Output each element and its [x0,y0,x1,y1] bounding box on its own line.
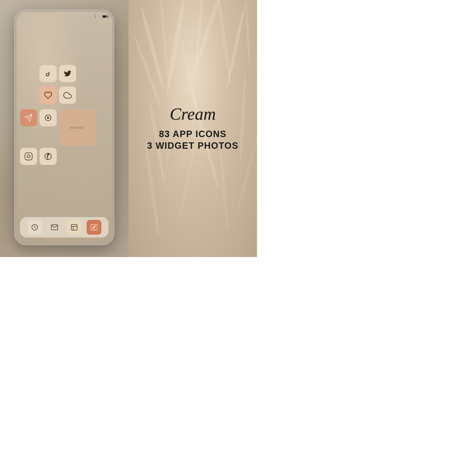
svg-point-10 [95,226,96,226]
svg-marker-3 [47,116,50,119]
dock-files[interactable] [67,220,82,235]
battery-icon [102,15,108,18]
dock-contacts[interactable] [87,220,102,235]
right-content: Cream 83 APP ICONS 3 WIDGET PHOTOS [129,0,257,257]
left-panel: 17:51 [0,0,129,257]
health-icon[interactable] [39,87,57,104]
brand-line2: 3 WIDGET PHOTOS [147,140,238,152]
phone-screen: 17:51 [16,11,112,243]
twitter-icon[interactable] [59,65,76,82]
instagram-icon[interactable] [20,148,37,165]
weather-icon[interactable] [59,87,76,104]
youtube-icon[interactable] [39,109,57,126]
dock [20,217,108,238]
large-widget-wrap: nromiler [59,109,96,146]
right-panel: Cream 83 APP ICONS 3 WIDGET PHOTOS [129,0,257,257]
facebook-icon[interactable] [39,148,57,165]
dock-clock[interactable] [27,220,42,235]
svg-point-11 [93,226,94,227]
large-widget-icon[interactable]: nromiler [59,109,96,146]
brand-description: 83 APP ICONS 3 WIDGET PHOTOS [147,128,238,152]
brand-line1: 83 APP ICONS [147,128,238,140]
dock-mail[interactable] [47,220,62,235]
svg-rect-4 [25,153,32,160]
telegram-icon[interactable] [20,109,37,126]
tiktok-icon[interactable] [39,65,57,82]
svg-rect-8 [71,224,77,230]
phone-frame: 17:51 [14,10,114,245]
large-widget-text: nromiler [70,125,85,130]
brand-title: Cream [170,105,216,122]
